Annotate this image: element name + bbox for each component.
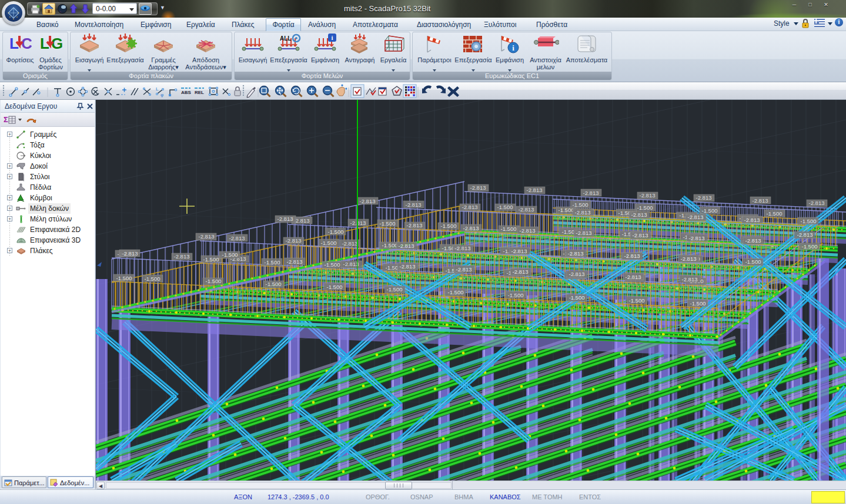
svg-text:i: i	[331, 34, 333, 41]
svg-text:-1.500: -1.500	[321, 240, 337, 246]
svg-text:-2.813: -2.813	[174, 253, 190, 260]
svg-text:ABS: ABS	[181, 90, 192, 95]
svg-text:-1.500: -1.500	[629, 297, 645, 304]
svg-text:-2.813: -2.813	[527, 187, 543, 193]
svg-text:-1.500: -1.500	[265, 259, 280, 266]
svg-text:-2.813: -2.813	[456, 266, 472, 273]
svg-text:C: C	[21, 35, 32, 52]
svg-text:-1.500: -1.500	[206, 278, 222, 284]
svg-text:-2.813: -2.813	[681, 256, 697, 262]
svg-text:-2.813: -2.813	[400, 263, 416, 270]
svg-text:-2.813: -2.813	[286, 237, 302, 244]
svg-text:-2.813: -2.813	[797, 231, 813, 238]
svg-text:φ: φ	[160, 92, 163, 98]
svg-text:-2.813: -2.813	[229, 235, 245, 241]
svg-text:-2.813: -2.813	[689, 235, 705, 241]
svg-text:-1.500: -1.500	[441, 223, 457, 229]
svg-text:-1.500: -1.500	[203, 256, 219, 263]
svg-text:-1.500: -1.500	[380, 220, 396, 227]
svg-text:-2.813: -2.813	[287, 258, 303, 265]
svg-text:-2.813: -2.813	[407, 222, 423, 229]
svg-text:-1.500: -1.500	[497, 204, 513, 210]
svg-text:Σ: Σ	[4, 115, 8, 124]
svg-text:-2.813: -2.813	[470, 184, 486, 191]
svg-text:-2.813: -2.813	[575, 209, 591, 216]
svg-text:-1.500: -1.500	[145, 275, 160, 282]
svg-text:-1.500: -1.500	[802, 243, 818, 250]
svg-text:-2.813: -2.813	[455, 245, 471, 251]
svg-text:-1.500: -1.500	[508, 292, 524, 298]
svg-text:L: L	[156, 86, 159, 92]
svg-text:-2.813: -2.813	[294, 217, 310, 224]
svg-text:-2.813: -2.813	[745, 237, 761, 244]
svg-text:ALL: ALL	[280, 35, 291, 42]
svg-text:-2.813: -2.813	[519, 206, 534, 213]
svg-text:-1.500: -1.500	[801, 218, 817, 224]
svg-text:REL: REL	[195, 90, 204, 95]
svg-text:-2.813: -2.813	[576, 230, 592, 236]
svg-text:-1.500: -1.500	[501, 226, 517, 232]
svg-text:-1.500: -1.500	[382, 242, 398, 248]
svg-text:-2.813: -2.813	[406, 201, 422, 208]
svg-text:-2.813: -2.813	[696, 194, 712, 201]
svg-text:-2.813: -2.813	[343, 261, 359, 267]
svg-text:-2.813: -2.813	[688, 214, 704, 220]
svg-text:-1.500: -1.500	[327, 284, 343, 290]
svg-text:-1.500: -1.500	[690, 300, 706, 307]
svg-text:-1.500: -1.500	[767, 210, 783, 217]
svg-text:-1.500: -1.500	[325, 261, 340, 268]
svg-text:-2.813: -2.813	[513, 268, 529, 275]
svg-text:-1.500: -1.500	[559, 207, 574, 213]
svg-text:-2.813: -2.813	[511, 248, 527, 254]
svg-text:-2.813: -2.813	[744, 217, 760, 223]
svg-text:-2.813: -2.813	[568, 250, 584, 257]
svg-text:-2.813: -2.813	[277, 216, 293, 222]
svg-text:-1.500: -1.500	[328, 229, 344, 235]
svg-text:-2.813: -2.813	[520, 227, 536, 234]
svg-text:-2.813: -2.813	[626, 274, 641, 280]
svg-text:-2.813: -2.813	[809, 200, 825, 206]
svg-text:-2.813: -2.813	[633, 232, 648, 238]
svg-text:-2.813: -2.813	[342, 240, 358, 247]
svg-text:-1.500: -1.500	[637, 204, 653, 211]
svg-text:-2.813: -2.813	[360, 198, 376, 204]
svg-text:-2.813: -2.813	[463, 225, 479, 231]
svg-text:-1.500: -1.500	[116, 275, 132, 281]
svg-text:-1.500: -1.500	[702, 207, 718, 214]
svg-text:-1.500: -1.500	[745, 258, 761, 265]
svg-text:-2.813: -2.813	[462, 204, 478, 210]
svg-text:-2.813: -2.813	[122, 250, 138, 257]
svg-text:-1.500: -1.500	[569, 294, 585, 301]
svg-text:-1.500: -1.500	[266, 281, 282, 287]
svg-text:-2.813: -2.813	[399, 243, 414, 249]
svg-text:-2.813: -2.813	[624, 253, 640, 259]
svg-text:-2.813: -2.813	[583, 190, 599, 196]
svg-text:i: i	[512, 43, 514, 52]
svg-text:-2.813: -2.813	[631, 211, 647, 218]
svg-text:-2.813: -2.813	[569, 271, 585, 277]
svg-text:-1.500: -1.500	[222, 251, 238, 258]
svg-text:-1.500: -1.500	[448, 289, 464, 295]
svg-text:-2.813: -2.813	[682, 276, 698, 283]
svg-text:-2.813: -2.813	[640, 192, 656, 199]
svg-text:-2.813: -2.813	[199, 233, 215, 240]
svg-text:-2.813: -2.813	[753, 197, 768, 204]
svg-text:-1.500: -1.500	[387, 286, 403, 293]
